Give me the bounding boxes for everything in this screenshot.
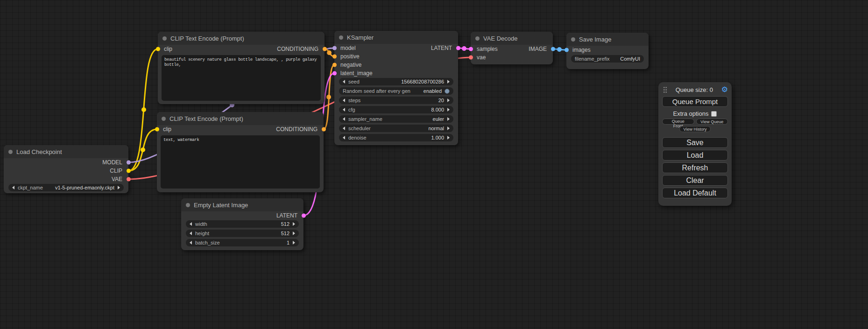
node-title-bar[interactable]: CLIP Text Encode (Prompt) — [158, 32, 325, 45]
positive-prompt-textarea[interactable]: beautiful scenery nature glass bottle la… — [162, 55, 321, 101]
node-graph-canvas[interactable]: Load Checkpoint MODEL CLIP VAE ckpt_name… — [0, 0, 868, 329]
queue-size-label: Queue size: 0 — [667, 86, 721, 93]
model-output-socket[interactable] — [127, 161, 131, 165]
node-empty-latent-image[interactable]: Empty Latent Image LATENT width 512 heig… — [181, 198, 303, 250]
output-label-conditioning: CONDITIONING — [276, 126, 318, 133]
increment-arrow-icon[interactable] — [447, 80, 450, 84]
widget-label: height — [195, 231, 209, 236]
extra-options-checkbox[interactable] — [711, 111, 717, 117]
decrement-arrow-icon[interactable] — [12, 186, 14, 189]
increment-arrow-icon[interactable] — [293, 222, 295, 226]
collapse-dot-icon[interactable] — [475, 36, 480, 41]
conditioning-output-socket[interactable] — [322, 127, 326, 132]
increment-arrow-icon[interactable] — [118, 186, 120, 189]
random-seed-toggle-widget[interactable]: Random seed after every gen enabled — [339, 87, 453, 95]
refresh-button[interactable]: Refresh — [662, 162, 728, 173]
widget-label: width — [195, 221, 207, 227]
decrement-arrow-icon[interactable] — [343, 136, 345, 140]
queue-prompt-button[interactable]: Queue Prompt — [662, 96, 728, 107]
node-save-image[interactable]: Save Image images filename_prefix ComfyU… — [566, 33, 649, 69]
increment-arrow-icon[interactable] — [447, 108, 450, 112]
output-label-model: MODEL — [102, 159, 122, 166]
queue-front-button[interactable]: Queue Front — [662, 119, 694, 125]
positive-input-socket[interactable] — [332, 55, 337, 59]
node-title-bar[interactable]: KSampler — [334, 31, 458, 44]
drag-handle-icon[interactable] — [663, 86, 667, 93]
widget-value: v1-5-pruned-emaonly.ckpt — [55, 185, 114, 190]
ckpt-name-widget[interactable]: ckpt_name v1-5-pruned-emaonly.ckpt — [8, 184, 124, 191]
node-clip-text-encode-negative[interactable]: CLIP Text Encode (Prompt) clip CONDITION… — [157, 112, 324, 192]
steps-widget[interactable]: steps 20 — [339, 97, 453, 104]
link-dot — [557, 47, 562, 52]
clip-input-socket[interactable] — [155, 127, 159, 132]
height-widget[interactable]: height 512 — [186, 230, 299, 237]
decrement-arrow-icon[interactable] — [190, 231, 192, 235]
view-queue-button[interactable]: View Queue — [696, 119, 728, 125]
increment-arrow-icon[interactable] — [447, 136, 450, 140]
extra-options-label: Extra options — [673, 110, 709, 117]
node-title: KSampler — [347, 34, 374, 41]
load-button[interactable]: Load — [662, 150, 728, 161]
seed-widget[interactable]: seed 156680208700286 — [339, 78, 453, 85]
denoise-widget[interactable]: denoise 1.000 — [339, 134, 453, 141]
output-label-vae: VAE — [112, 176, 122, 182]
load-default-button[interactable]: Load Default — [662, 188, 728, 198]
toggle-knob-icon[interactable] — [445, 89, 450, 94]
batch-size-widget[interactable]: batch_size 1 — [186, 239, 299, 246]
node-ksampler[interactable]: KSampler model LATENT positive negative … — [334, 31, 458, 145]
increment-arrow-icon[interactable] — [293, 231, 295, 235]
gear-icon[interactable]: ⚙ — [721, 86, 728, 93]
decrement-arrow-icon[interactable] — [190, 222, 192, 226]
decrement-arrow-icon[interactable] — [190, 241, 192, 245]
save-button[interactable]: Save — [662, 137, 728, 148]
vae-output-socket[interactable] — [127, 177, 131, 182]
images-input-socket[interactable] — [565, 48, 569, 52]
scheduler-widget[interactable]: scheduler normal — [339, 125, 453, 132]
node-load-checkpoint[interactable]: Load Checkpoint MODEL CLIP VAE ckpt_name… — [4, 145, 128, 193]
decrement-arrow-icon[interactable] — [343, 98, 345, 102]
latent-output-socket[interactable] — [302, 214, 306, 218]
latent-image-input-socket[interactable] — [332, 71, 337, 76]
collapse-dot-icon[interactable] — [162, 117, 166, 121]
negative-input-socket[interactable] — [332, 63, 337, 67]
widget-value: enabled — [423, 88, 442, 94]
image-output-socket[interactable] — [551, 47, 555, 51]
clear-button[interactable]: Clear — [662, 175, 728, 186]
node-title-bar[interactable]: Save Image — [566, 33, 649, 46]
input-label-samples: samples — [477, 46, 498, 52]
latent-output-socket[interactable] — [456, 46, 460, 50]
negative-prompt-textarea[interactable]: text, watermark — [161, 135, 320, 189]
width-widget[interactable]: width 512 — [186, 220, 299, 228]
decrement-arrow-icon[interactable] — [343, 108, 345, 112]
increment-arrow-icon[interactable] — [447, 98, 450, 102]
node-vae-decode[interactable]: VAE Decode samples IMAGE vae — [471, 32, 553, 64]
collapse-dot-icon[interactable] — [571, 37, 575, 42]
increment-arrow-icon[interactable] — [447, 117, 450, 121]
sampler-name-widget[interactable]: sampler_name euler — [339, 115, 453, 123]
view-history-button[interactable]: View History — [679, 126, 711, 132]
samples-input-socket[interactable] — [469, 47, 473, 51]
collapse-dot-icon[interactable] — [186, 203, 190, 207]
collapse-dot-icon[interactable] — [339, 35, 343, 40]
node-title-bar[interactable]: CLIP Text Encode (Prompt) — [157, 112, 324, 125]
conditioning-output-socket[interactable] — [323, 47, 327, 51]
node-clip-text-encode-positive[interactable]: CLIP Text Encode (Prompt) clip CONDITION… — [158, 32, 325, 104]
clip-output-socket[interactable] — [127, 169, 131, 173]
node-title-bar[interactable]: Empty Latent Image — [181, 198, 303, 211]
increment-arrow-icon[interactable] — [447, 126, 450, 130]
collapse-dot-icon[interactable] — [8, 150, 13, 154]
node-title-bar[interactable]: VAE Decode — [471, 32, 553, 45]
decrement-arrow-icon[interactable] — [343, 80, 345, 84]
vae-input-socket[interactable] — [469, 56, 473, 60]
input-label-vae: vae — [477, 54, 486, 61]
decrement-arrow-icon[interactable] — [343, 117, 345, 121]
clip-input-socket[interactable] — [156, 47, 160, 51]
model-input-socket[interactable] — [332, 46, 337, 50]
decrement-arrow-icon[interactable] — [343, 126, 345, 130]
filename-prefix-widget[interactable]: filename_prefix ComfyUI — [571, 55, 644, 63]
node-title-bar[interactable]: Load Checkpoint — [4, 145, 128, 158]
increment-arrow-icon[interactable] — [293, 241, 295, 245]
widget-value: 156680208700286 — [401, 79, 444, 84]
collapse-dot-icon[interactable] — [162, 36, 167, 41]
cfg-widget[interactable]: cfg 8.000 — [339, 106, 453, 113]
